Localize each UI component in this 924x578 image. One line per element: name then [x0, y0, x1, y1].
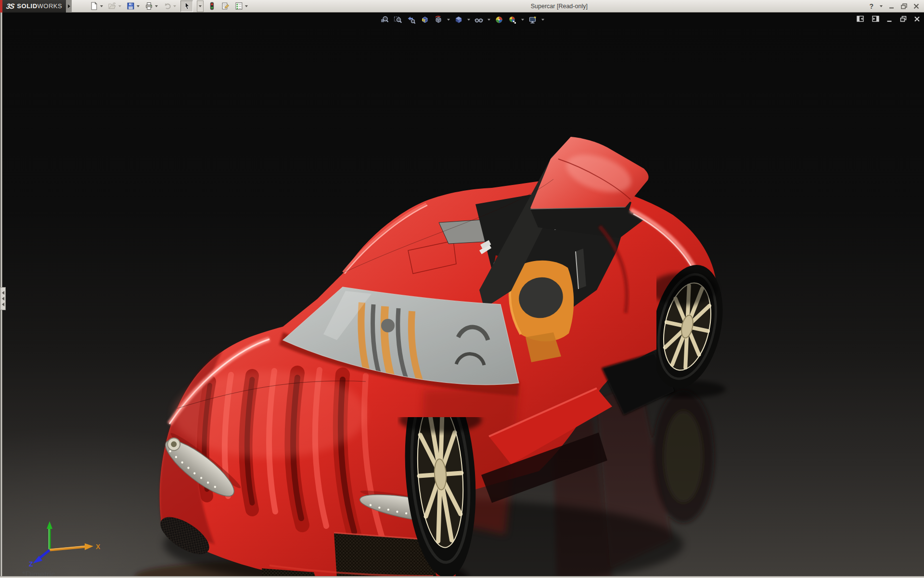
standard-toolbar — [89, 0, 249, 12]
new-document-icon — [90, 2, 98, 10]
select-cursor-icon — [183, 2, 191, 10]
triad-x-axis: X — [50, 543, 101, 551]
previous-view-icon — [407, 15, 416, 24]
view-settings-icon — [528, 15, 537, 24]
menu-flyout-arrow-icon[interactable] — [66, 0, 72, 13]
undo-button[interactable] — [162, 0, 177, 12]
show-right-pane-button[interactable] — [872, 15, 879, 22]
app-window-controls: ? — [869, 2, 924, 10]
triad-x-label: X — [96, 543, 101, 551]
save-icon — [127, 2, 135, 10]
edit-appearance-button[interactable] — [493, 14, 505, 26]
zoom-to-fit-icon — [380, 15, 389, 24]
titlebar: 3S SOLIDWORKS — [0, 0, 924, 13]
section-view-icon — [421, 15, 429, 24]
view-settings-dropdown[interactable] — [541, 19, 544, 21]
view-settings-button[interactable] — [526, 14, 539, 26]
doc-close-button[interactable] — [914, 16, 920, 22]
feature-panel-flyout-tab[interactable] — [0, 287, 6, 310]
section-view-button[interactable] — [419, 14, 431, 26]
options-button[interactable] — [234, 0, 249, 12]
hide-show-items-dropdown[interactable] — [488, 19, 490, 21]
open-folder-icon — [108, 2, 116, 10]
brand-bold: SOLID — [17, 2, 37, 10]
undo-icon — [163, 2, 171, 10]
apply-scene-icon — [508, 15, 517, 24]
zoom-to-area-icon — [394, 15, 402, 24]
display-style-icon — [454, 15, 463, 24]
display-style-dropdown[interactable] — [467, 19, 470, 21]
new-document-button[interactable] — [89, 0, 104, 12]
minimize-button[interactable] — [889, 3, 895, 9]
print-icon — [145, 2, 153, 10]
graphics-area[interactable]: X Z *Dimetric — [0, 13, 924, 576]
restore-button[interactable] — [901, 3, 907, 9]
print-button[interactable] — [144, 0, 159, 12]
show-left-pane-button[interactable] — [857, 15, 864, 22]
heads-up-view-toolbar — [378, 14, 546, 26]
view-orientation-label: *Dimetric — [22, 570, 55, 576]
close-button[interactable] — [913, 3, 919, 9]
triad-y-axis — [47, 521, 52, 550]
document-window-controls — [857, 15, 920, 22]
brand-name: SOLIDWORKS — [17, 2, 62, 10]
file-properties-button[interactable] — [220, 0, 231, 12]
apply-scene-button[interactable] — [506, 14, 519, 26]
rebuild-traffic-light-icon — [208, 2, 216, 10]
help-dropdown-icon[interactable] — [880, 5, 883, 7]
file-properties-icon — [221, 2, 230, 10]
window-border-bottom — [0, 576, 924, 578]
brand-light: WORKS — [38, 2, 63, 10]
display-style-button[interactable] — [452, 14, 465, 26]
previous-view-button[interactable] — [405, 14, 418, 26]
collapse-arrow-icon — [2, 302, 4, 306]
rebuild-button[interactable] — [207, 0, 217, 12]
model-canvas[interactable] — [0, 13, 924, 576]
open-button[interactable] — [107, 0, 122, 12]
triad-z-axis: Z — [29, 550, 50, 568]
view-orientation-icon — [434, 15, 443, 24]
hide-show-items-icon — [475, 15, 483, 24]
select-dropdown[interactable] — [197, 0, 204, 12]
options-checklist-icon — [235, 2, 243, 10]
view-orientation-dropdown[interactable] — [447, 19, 450, 21]
doc-restore-button[interactable] — [900, 16, 907, 22]
doc-minimize-button[interactable] — [886, 16, 893, 22]
triad-z-label: Z — [29, 560, 33, 568]
save-button[interactable] — [126, 0, 141, 12]
solidworks-logo[interactable]: 3S SOLIDWORKS — [2, 0, 72, 13]
edit-appearance-icon — [495, 15, 503, 24]
view-orientation-button[interactable] — [432, 14, 445, 26]
orientation-triad: X Z — [28, 520, 110, 568]
collapse-arrow-icon — [2, 297, 4, 301]
help-button[interactable]: ? — [869, 2, 873, 10]
solidworks-logo-icon: 3S — [6, 2, 15, 10]
window-title: Supercar [Read-only] — [249, 3, 869, 10]
zoom-to-area-button[interactable] — [392, 14, 404, 26]
collapse-arrow-icon — [2, 291, 4, 295]
select-button[interactable] — [180, 0, 193, 12]
apply-scene-dropdown[interactable] — [521, 19, 524, 21]
zoom-to-fit-button[interactable] — [378, 14, 391, 26]
hide-show-items-button[interactable] — [473, 14, 485, 26]
